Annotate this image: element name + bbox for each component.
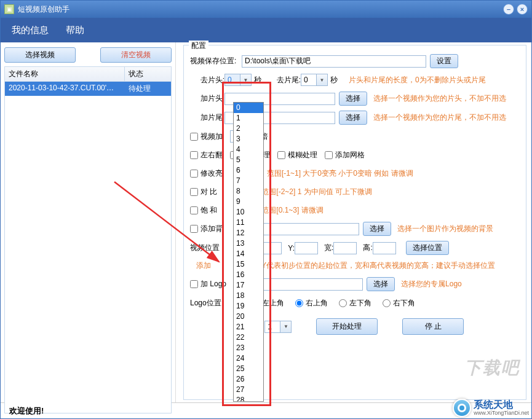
speed-checkbox[interactable] — [190, 133, 198, 141]
group-title: 配置 — [189, 41, 208, 51]
logo-hint: 选择您的专属Logo — [401, 279, 462, 289]
radio-br-label: 右下角 — [393, 298, 415, 308]
dropdown-option[interactable]: 9 — [234, 197, 263, 207]
dropdown-option[interactable]: 27 — [234, 385, 263, 395]
dropdown-option[interactable]: 21 — [234, 322, 263, 332]
mirror-checkbox[interactable] — [190, 151, 198, 159]
cut-head-dropdown-list[interactable]: 0123456789101112131415161718192021222324… — [233, 102, 264, 402]
threads-input[interactable] — [264, 321, 280, 333]
add-tail-label: 加片尾: — [190, 112, 224, 123]
cut-tail-input[interactable] — [301, 74, 317, 86]
brightness-checkbox[interactable] — [190, 170, 198, 178]
pos-w-input[interactable] — [333, 242, 357, 254]
dropdown-option[interactable]: 18 — [234, 291, 263, 301]
radio-bottom-left[interactable] — [339, 299, 347, 307]
dropdown-option[interactable]: 1 — [234, 113, 263, 123]
pos-button[interactable]: 选择位置 — [406, 241, 449, 255]
close-button[interactable]: × — [517, 4, 528, 15]
dropdown-option[interactable]: 26 — [234, 374, 263, 385]
grid-checkbox[interactable] — [325, 151, 333, 159]
file-list-row[interactable]: 2020-11-03-10-42-37.CUT.00'… 待处理 — [5, 82, 171, 96]
pos-label: 视频位置 — [190, 243, 227, 253]
saturation-label: 饱 和 — [200, 205, 217, 216]
dropdown-option[interactable]: 7 — [234, 176, 263, 186]
menu-help[interactable]: 帮助 — [66, 25, 84, 36]
dropdown-option[interactable]: 3 — [234, 134, 263, 144]
bg-select-button[interactable]: 选择 — [363, 222, 391, 236]
file-list[interactable]: 2020-11-03-10-42-37.CUT.00'… 待处理 — [4, 82, 172, 413]
dropdown-option[interactable]: 2 — [234, 123, 263, 134]
menu-my-info[interactable]: 我的信息 — [12, 25, 49, 36]
add-tail-hint: 选择一个视频作为您的片尾，不加不用选 — [373, 112, 506, 123]
col-status: 状态 — [125, 67, 171, 81]
bg-input[interactable] — [248, 223, 359, 235]
radio-bottom-right[interactable] — [383, 299, 391, 307]
dropdown-option[interactable]: 8 — [234, 186, 263, 197]
pos-h-label: 高: — [363, 243, 372, 253]
cut-head-input[interactable] — [224, 74, 240, 86]
cut-tail-label: 去片尾: — [266, 75, 301, 85]
dropdown-option[interactable]: 22 — [234, 332, 263, 343]
dropdown-option[interactable]: 25 — [234, 364, 263, 374]
dropdown-option[interactable]: 5 — [234, 155, 263, 165]
pos-y-input[interactable] — [295, 242, 318, 254]
logo-input[interactable] — [252, 278, 363, 291]
dropdown-option[interactable]: 17 — [234, 280, 263, 291]
cut-hint: 片头和片尾的长度，0为不删除片头或片尾 — [349, 75, 486, 85]
stop-button[interactable]: 停 止 — [402, 318, 464, 335]
add-head-hint: 选择一个视频作为您的片头，不加不用选 — [373, 93, 506, 104]
pos-w-label: 宽: — [324, 243, 333, 253]
add-head-select-button[interactable]: 选择 — [339, 92, 367, 106]
dropdown-option[interactable]: 14 — [234, 249, 263, 259]
add-tail-select-button[interactable]: 选择 — [339, 111, 367, 125]
radio-top-right[interactable] — [295, 299, 303, 307]
sec-2: 秒 — [330, 75, 338, 85]
bg-hint: 选择一个图片作为视频的背景 — [397, 224, 493, 234]
minimize-button[interactable]: – — [503, 4, 514, 15]
brightness-hint: 范围[-1~1] 大于0变亮 小于0变暗 例如 请微调 — [267, 168, 413, 179]
watermark-url: www.XiTongTianDi.net — [474, 410, 529, 416]
dropdown-option[interactable]: 6 — [234, 165, 263, 176]
pos-h-input[interactable] — [373, 242, 396, 254]
blur-checkbox[interactable] — [277, 151, 285, 159]
cut-tail-dropdown[interactable]: ▼ — [317, 74, 328, 86]
title-bar: ▣ 短视频原创助手 – × — [1, 1, 531, 18]
threads-dropdown[interactable]: ▼ — [280, 321, 292, 333]
left-panel: 选择视频 清空视频 文件名称 状态 2020-11-03-10-42-37.CU… — [1, 42, 176, 402]
row-filename: 2020-11-03-10-42-37.CUT.00'… — [5, 82, 125, 96]
pos-y-label: Y: — [288, 244, 295, 253]
saturation-checkbox[interactable] — [190, 206, 198, 214]
radio-tl-label: 左上角 — [262, 298, 284, 308]
grid-label: 添加网格 — [335, 150, 365, 160]
dropdown-option[interactable]: 16 — [234, 270, 263, 280]
dropdown-option[interactable]: 10 — [234, 207, 263, 217]
window-title: 短视频原创助手 — [18, 4, 501, 15]
dropdown-option[interactable]: 11 — [234, 217, 263, 228]
row-status: 待处理 — [125, 82, 171, 96]
contrast-checkbox[interactable] — [190, 188, 198, 196]
dropdown-option[interactable]: 23 — [234, 343, 263, 353]
logo-select-button[interactable]: 选择 — [367, 277, 395, 291]
dropdown-option[interactable]: 12 — [234, 228, 263, 238]
set-path-button[interactable]: 设置 — [430, 54, 458, 68]
dropdown-option[interactable]: 4 — [234, 144, 263, 155]
dropdown-option[interactable]: 0 — [234, 103, 263, 113]
dropdown-option[interactable]: 13 — [234, 238, 263, 249]
dropdown-option[interactable]: 28 — [234, 395, 263, 401]
bg-checkbox[interactable] — [190, 225, 198, 233]
radio-tr-label: 右上角 — [306, 298, 328, 308]
radio-bl-label: 左下角 — [349, 298, 371, 308]
sec-1: 秒 — [254, 75, 261, 85]
saturation-hint: 范围[0.1~3] 请微调 — [261, 205, 323, 216]
logo-checkbox[interactable] — [190, 280, 198, 288]
select-video-button[interactable]: 选择视频 — [4, 47, 76, 63]
dropdown-option[interactable]: 24 — [234, 353, 263, 364]
cut-head-dropdown[interactable]: ▼ — [240, 74, 252, 86]
save-path-input[interactable] — [242, 55, 426, 68]
clear-video-button[interactable]: 清空视频 — [100, 47, 172, 63]
pos-hint-a: 添加 — [196, 260, 211, 271]
start-button[interactable]: 开始处理 — [316, 318, 378, 335]
dropdown-option[interactable]: 19 — [234, 301, 263, 311]
dropdown-option[interactable]: 15 — [234, 259, 263, 270]
dropdown-option[interactable]: 20 — [234, 311, 263, 322]
